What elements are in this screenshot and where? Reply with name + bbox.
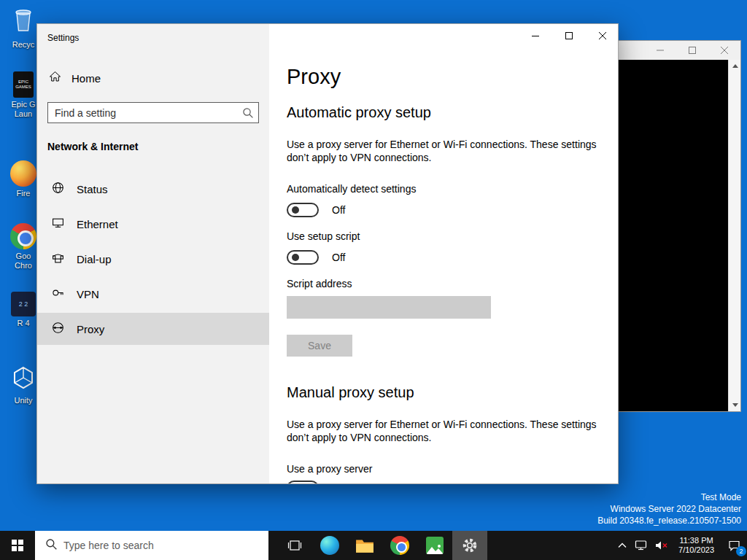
sidebar-section-header: Network & Internet: [47, 141, 138, 152]
windows-logo-icon: [12, 540, 23, 551]
watermark-line: Test Mode: [597, 491, 741, 503]
chrome-icon: [10, 223, 36, 249]
settings-search-box: [47, 102, 259, 123]
sidebar-item-label: Status: [77, 183, 108, 195]
taskbar-chrome-button[interactable]: [382, 531, 417, 560]
use-proxy-server-label: Use a proxy server: [287, 463, 372, 475]
sidebar-item-label: Ethernet: [77, 218, 118, 230]
sidebar-item-proxy[interactable]: Proxy: [37, 313, 269, 345]
watermark-line: Windows Server 2022 Datacenter: [597, 503, 741, 515]
scroll-up-icon: [732, 64, 738, 68]
taskbar-edge-button[interactable]: [312, 531, 347, 560]
taskbar: 11:38 PM 7/10/2023 2: [0, 531, 747, 560]
gear-icon: [461, 537, 479, 554]
script-address-input[interactable]: [287, 296, 491, 319]
vpn-icon: [52, 287, 64, 302]
file-explorer-icon: [355, 537, 374, 553]
settings-search-input[interactable]: [48, 103, 258, 122]
clock-time: 11:38 PM: [678, 536, 714, 545]
section-heading-automatic: Automatic proxy setup: [287, 104, 431, 121]
setup-script-label: Use setup script: [287, 230, 360, 242]
action-center-button[interactable]: 2: [721, 531, 747, 560]
minimize-button[interactable]: [519, 24, 552, 47]
setup-script-state: Off: [332, 252, 345, 263]
scroll-down-icon: [732, 403, 738, 407]
scroll-down-button[interactable]: [729, 399, 741, 411]
script-address-label: Script address: [287, 278, 352, 289]
sidebar-item-vpn[interactable]: VPN: [37, 278, 269, 310]
tray-volume-button[interactable]: [651, 531, 672, 560]
bg-minimize-button[interactable]: [644, 41, 676, 60]
close-button[interactable]: [586, 24, 619, 47]
network-icon: [635, 540, 648, 551]
chrome-icon: [390, 536, 409, 555]
search-icon: [242, 107, 254, 122]
search-icon: [45, 538, 58, 553]
r-app-icon: 2 2: [11, 292, 36, 316]
sidebar-item-label: VPN: [77, 288, 99, 300]
maximize-icon: [689, 47, 696, 54]
sidebar-item-label: Home: [71, 72, 101, 85]
taskbar-settings-button[interactable]: [452, 531, 487, 560]
close-icon: [721, 47, 728, 54]
use-proxy-server-toggle[interactable]: [287, 481, 319, 484]
taskbar-photos-button[interactable]: [417, 531, 452, 560]
maximize-icon: [565, 32, 573, 39]
bg-close-button[interactable]: [708, 41, 740, 60]
test-mode-watermark: Test Mode Windows Server 2022 Datacenter…: [597, 491, 741, 526]
sidebar-item-home[interactable]: Home: [37, 65, 269, 91]
speaker-muted-icon: [655, 540, 668, 551]
minimize-icon: [657, 47, 664, 54]
tray-show-hidden-icons-button[interactable]: [614, 531, 631, 560]
home-icon: [49, 71, 61, 85]
chevron-up-icon: [617, 541, 627, 550]
firefox-icon: [10, 160, 36, 187]
taskbar-search-box: [35, 531, 268, 560]
automatic-description: Use a proxy server for Ethernet or Wi-Fi…: [287, 138, 608, 164]
settings-window: Settings Home Network & Internet: [36, 23, 619, 484]
save-button[interactable]: Save: [287, 335, 352, 357]
close-icon: [599, 32, 606, 39]
taskbar-file-explorer-button[interactable]: [347, 531, 382, 560]
sidebar-item-label: Proxy: [77, 323, 104, 335]
epic-icon-text: EPIC: [18, 79, 28, 85]
watermark-line: Build 20348.fe_release.210507-1500: [597, 515, 741, 526]
start-button[interactable]: [0, 531, 35, 560]
taskbar-clock[interactable]: 11:38 PM 7/10/2023: [672, 536, 721, 555]
epic-games-icon: EPIC GAMES: [13, 71, 34, 98]
setup-script-toggle[interactable]: [287, 250, 319, 265]
maximize-button[interactable]: [552, 24, 586, 47]
edge-icon: [320, 536, 339, 555]
minimize-icon: [532, 32, 539, 39]
page-title: Proxy: [287, 65, 341, 89]
clock-date: 7/10/2023: [678, 545, 714, 555]
task-view-icon: [287, 540, 302, 551]
toggle-knob: [292, 254, 299, 261]
sidebar-item-status[interactable]: Status: [37, 173, 269, 205]
notification-badge: 2: [736, 546, 746, 556]
window-title: Settings: [47, 33, 79, 43]
sidebar-item-label: Dial-up: [77, 253, 112, 265]
section-heading-manual: Manual proxy setup: [287, 384, 414, 401]
toggle-knob: [292, 206, 299, 214]
scroll-up-button[interactable]: [729, 60, 741, 72]
background-window-scrollbar[interactable]: [728, 60, 740, 411]
detect-settings-label: Automatically detect settings: [287, 183, 416, 195]
epic-icon-text: GAMES: [15, 85, 31, 90]
desktop: Recyc EPIC GAMES Epic G Laun Fire Goo Ch…: [0, 0, 747, 560]
sidebar-item-ethernet[interactable]: Ethernet: [37, 208, 269, 240]
ethernet-icon: [52, 217, 64, 232]
task-view-button[interactable]: [277, 531, 312, 560]
dialup-icon: [52, 252, 64, 267]
bg-maximize-button[interactable]: [676, 41, 708, 60]
manual-description: Use a proxy server for Ethernet or Wi-Fi…: [287, 418, 608, 444]
status-icon: [52, 182, 64, 197]
proxy-icon: [52, 322, 64, 337]
taskbar-search-input[interactable]: [63, 540, 246, 551]
system-tray: 11:38 PM 7/10/2023 2: [614, 531, 747, 560]
detect-settings-state: Off: [332, 204, 345, 216]
detect-settings-toggle[interactable]: [287, 203, 319, 217]
sidebar-item-dialup[interactable]: Dial-up: [37, 243, 269, 275]
tray-network-button[interactable]: [631, 531, 651, 560]
photos-icon: [426, 537, 444, 554]
